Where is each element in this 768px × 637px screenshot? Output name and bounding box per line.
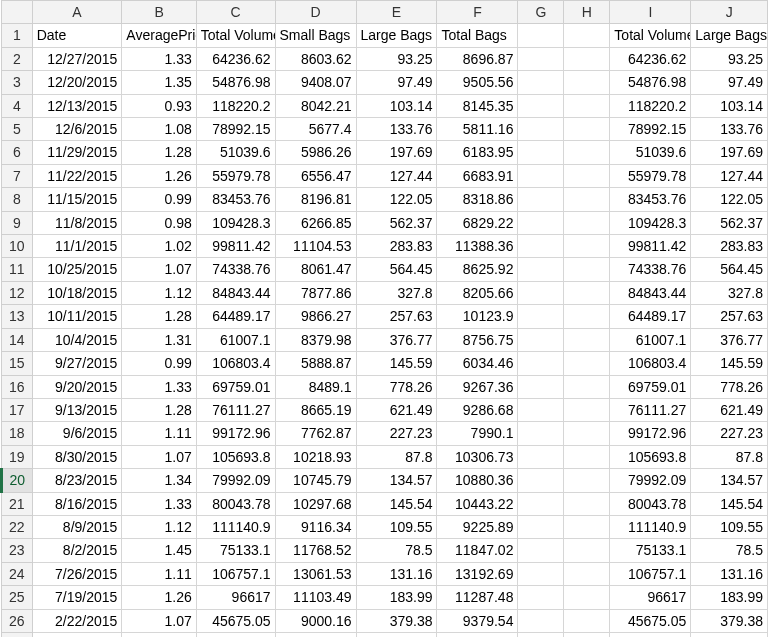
column-header-E[interactable]: E	[356, 1, 437, 24]
column-header-A[interactable]: A	[32, 1, 122, 24]
cell-D3[interactable]: 9408.07	[275, 71, 356, 94]
cell-D4[interactable]: 8042.21	[275, 94, 356, 117]
cell-G5[interactable]	[518, 118, 564, 141]
cell-I27[interactable]: 41567.62	[610, 632, 691, 637]
cell-I11[interactable]: 74338.76	[610, 258, 691, 281]
cell-B5[interactable]: 1.08	[122, 118, 196, 141]
cell-G26[interactable]	[518, 609, 564, 632]
cell-B12[interactable]: 1.12	[122, 281, 196, 304]
cell-C23[interactable]: 75133.1	[196, 539, 275, 562]
cell-E22[interactable]: 109.55	[356, 515, 437, 538]
column-header-I[interactable]: I	[610, 1, 691, 24]
cell-B21[interactable]: 1.33	[122, 492, 196, 515]
cell-E18[interactable]: 227.23	[356, 422, 437, 445]
row-header-14[interactable]: 14	[2, 328, 33, 351]
cell-E24[interactable]: 131.16	[356, 562, 437, 585]
cell-C16[interactable]: 69759.01	[196, 375, 275, 398]
cell-J23[interactable]: 78.5	[691, 539, 768, 562]
cell-J27[interactable]: 333.16	[691, 632, 768, 637]
row-header-1[interactable]: 1	[2, 24, 33, 47]
cell-F2[interactable]: 8696.87	[437, 47, 518, 70]
cell-A3[interactable]: 12/20/2015	[32, 71, 122, 94]
cell-F26[interactable]: 9379.54	[437, 609, 518, 632]
row-header-25[interactable]: 25	[2, 586, 33, 609]
row-header-2[interactable]: 2	[2, 47, 33, 70]
cell-F12[interactable]: 8205.66	[437, 281, 518, 304]
cell-E13[interactable]: 257.63	[356, 305, 437, 328]
cell-C27[interactable]: 41567.62	[196, 632, 275, 637]
cell-I16[interactable]: 69759.01	[610, 375, 691, 398]
row-header-11[interactable]: 11	[2, 258, 33, 281]
cell-H27[interactable]	[564, 632, 610, 637]
cell-H7[interactable]	[564, 164, 610, 187]
cell-B2[interactable]: 1.33	[122, 47, 196, 70]
cell-B20[interactable]: 1.34	[122, 469, 196, 492]
header-cell-J[interactable]: Large Bags	[691, 24, 768, 47]
cell-I18[interactable]: 99172.96	[610, 422, 691, 445]
cell-A14[interactable]: 10/4/2015	[32, 328, 122, 351]
cell-I26[interactable]: 45675.05	[610, 609, 691, 632]
cell-H4[interactable]	[564, 94, 610, 117]
cell-E21[interactable]: 145.54	[356, 492, 437, 515]
cell-H2[interactable]	[564, 47, 610, 70]
cell-H3[interactable]	[564, 71, 610, 94]
cell-H11[interactable]	[564, 258, 610, 281]
cell-E4[interactable]: 103.14	[356, 94, 437, 117]
cell-I14[interactable]: 61007.1	[610, 328, 691, 351]
cell-I13[interactable]: 64489.17	[610, 305, 691, 328]
row-header-13[interactable]: 13	[2, 305, 33, 328]
cell-B24[interactable]: 1.11	[122, 562, 196, 585]
cell-J24[interactable]: 131.16	[691, 562, 768, 585]
cell-J13[interactable]: 257.63	[691, 305, 768, 328]
cell-G25[interactable]	[518, 586, 564, 609]
cell-H24[interactable]	[564, 562, 610, 585]
cell-A6[interactable]: 11/29/2015	[32, 141, 122, 164]
cell-G18[interactable]	[518, 422, 564, 445]
cell-F5[interactable]: 5811.16	[437, 118, 518, 141]
column-header-B[interactable]: B	[122, 1, 196, 24]
cell-D22[interactable]: 9116.34	[275, 515, 356, 538]
cell-E6[interactable]: 197.69	[356, 141, 437, 164]
cell-F11[interactable]: 8625.92	[437, 258, 518, 281]
select-all-corner[interactable]	[2, 1, 33, 24]
cell-J25[interactable]: 183.99	[691, 586, 768, 609]
cell-C25[interactable]: 96617	[196, 586, 275, 609]
cell-H12[interactable]	[564, 281, 610, 304]
cell-F18[interactable]: 7990.1	[437, 422, 518, 445]
cell-F13[interactable]: 10123.9	[437, 305, 518, 328]
cell-B8[interactable]: 0.99	[122, 188, 196, 211]
cell-E17[interactable]: 621.49	[356, 398, 437, 421]
cell-D13[interactable]: 9866.27	[275, 305, 356, 328]
cell-I19[interactable]: 105693.8	[610, 445, 691, 468]
cell-D24[interactable]: 13061.53	[275, 562, 356, 585]
cell-B7[interactable]: 1.26	[122, 164, 196, 187]
cell-I10[interactable]: 99811.42	[610, 235, 691, 258]
cell-I12[interactable]: 84843.44	[610, 281, 691, 304]
cell-E12[interactable]: 327.8	[356, 281, 437, 304]
cell-J16[interactable]: 778.26	[691, 375, 768, 398]
cell-C5[interactable]: 78992.15	[196, 118, 275, 141]
cell-G24[interactable]	[518, 562, 564, 585]
cell-D26[interactable]: 9000.16	[275, 609, 356, 632]
cell-C6[interactable]: 51039.6	[196, 141, 275, 164]
column-header-G[interactable]: G	[518, 1, 564, 24]
cell-G9[interactable]	[518, 211, 564, 234]
row-header-12[interactable]: 12	[2, 281, 33, 304]
cell-J11[interactable]: 564.45	[691, 258, 768, 281]
row-header-4[interactable]: 4	[2, 94, 33, 117]
row-header-7[interactable]: 7	[2, 164, 33, 187]
cell-J15[interactable]: 145.59	[691, 352, 768, 375]
cell-C2[interactable]: 64236.62	[196, 47, 275, 70]
cell-J21[interactable]: 145.54	[691, 492, 768, 515]
cell-G20[interactable]	[518, 469, 564, 492]
row-header-19[interactable]: 19	[2, 445, 33, 468]
cell-A17[interactable]: 9/13/2015	[32, 398, 122, 421]
cell-J20[interactable]: 134.57	[691, 469, 768, 492]
cell-G3[interactable]	[518, 71, 564, 94]
cell-C4[interactable]: 118220.2	[196, 94, 275, 117]
cell-B6[interactable]: 1.28	[122, 141, 196, 164]
cell-D6[interactable]: 5986.26	[275, 141, 356, 164]
row-header-18[interactable]: 18	[2, 422, 33, 445]
cell-C17[interactable]: 76111.27	[196, 398, 275, 421]
cell-A18[interactable]: 9/6/2015	[32, 422, 122, 445]
